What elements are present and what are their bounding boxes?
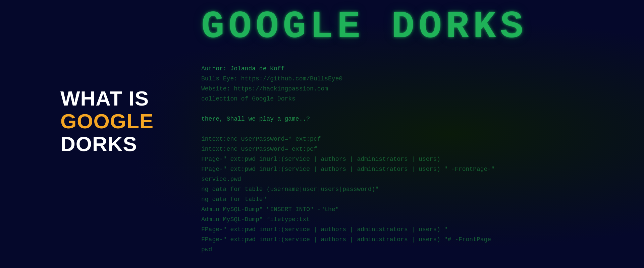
code-line: Admin MySQL-Dump" filetype:txt: [201, 214, 637, 224]
code-line: [201, 124, 637, 134]
heading-google: GOOGLE: [60, 110, 154, 133]
heading-dorks: DORKS: [60, 132, 137, 155]
heading-what-is: WHAT IS: [60, 87, 149, 110]
code-line: Website: https://hackingpassion.com: [201, 84, 637, 94]
code-line: Admin MySQL-Dump" "INSERT INTO" -"the": [201, 204, 637, 214]
code-line: there, Shall we play a game..?: [201, 114, 637, 124]
code-line: intext:enc UserPassword=* ext:pcf: [201, 134, 637, 144]
code-line: ng data for table": [201, 194, 637, 204]
code-line: FPage-" ext:pwd inurl:(service | authors…: [201, 154, 637, 164]
code-line: [201, 104, 637, 114]
code-overlay: Author: Jolanda de KoffBulls Eye: https:…: [195, 60, 644, 258]
code-line: Author: Jolanda de Koff: [201, 64, 637, 74]
code-line: FPage-" ext:pwd inurl:(service | authors…: [201, 224, 637, 234]
code-line: FPage-" ext:pwd inurl:(service | authors…: [201, 234, 637, 245]
code-line: intext:enc UserPassword= ext:pcf: [201, 144, 637, 154]
bottom-gradient: [0, 248, 644, 268]
main-heading: WHAT IS GOOGLE DORKS: [60, 87, 245, 156]
code-line: ng data for table (username|user|users|p…: [201, 184, 637, 194]
code-line: FPage-" ext:pwd inurl:(service | authors…: [201, 164, 637, 174]
code-line: Bulls Eye: https://github.com/BullsEye0: [201, 74, 637, 84]
code-line: service.pwd: [201, 174, 637, 184]
pixel-title: GOOGLE DORKS: [201, 5, 527, 49]
code-line: collection of Google Dorks: [201, 94, 637, 104]
